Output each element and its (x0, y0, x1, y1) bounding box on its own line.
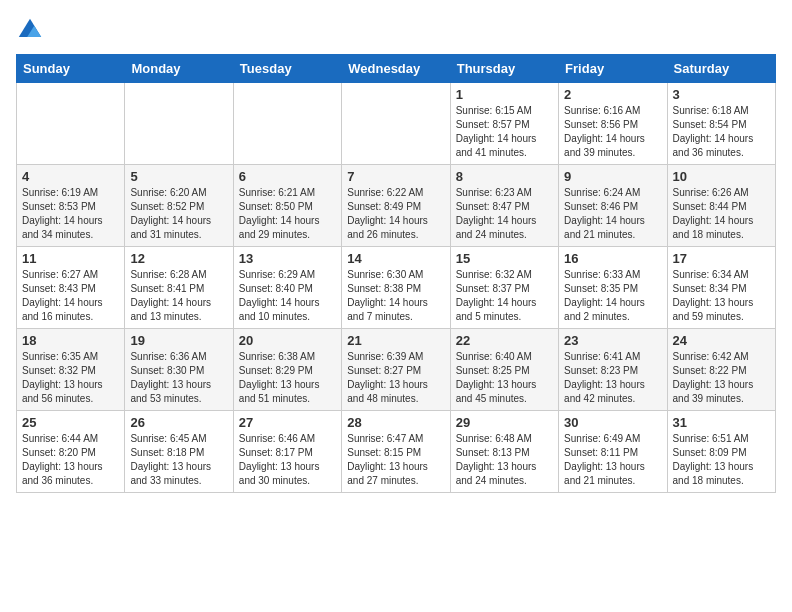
day-info: Sunrise: 6:34 AM Sunset: 8:34 PM Dayligh… (673, 268, 770, 324)
calendar-day-cell: 13Sunrise: 6:29 AM Sunset: 8:40 PM Dayli… (233, 247, 341, 329)
calendar-day-cell: 18Sunrise: 6:35 AM Sunset: 8:32 PM Dayli… (17, 329, 125, 411)
calendar-day-cell: 2Sunrise: 6:16 AM Sunset: 8:56 PM Daylig… (559, 83, 667, 165)
day-number: 9 (564, 169, 661, 184)
logo-icon (16, 16, 44, 44)
calendar-day-cell (125, 83, 233, 165)
day-info: Sunrise: 6:33 AM Sunset: 8:35 PM Dayligh… (564, 268, 661, 324)
calendar-day-cell: 11Sunrise: 6:27 AM Sunset: 8:43 PM Dayli… (17, 247, 125, 329)
day-info: Sunrise: 6:47 AM Sunset: 8:15 PM Dayligh… (347, 432, 444, 488)
day-number: 3 (673, 87, 770, 102)
day-info: Sunrise: 6:22 AM Sunset: 8:49 PM Dayligh… (347, 186, 444, 242)
day-info: Sunrise: 6:36 AM Sunset: 8:30 PM Dayligh… (130, 350, 227, 406)
calendar-day-cell (342, 83, 450, 165)
day-number: 4 (22, 169, 119, 184)
day-number: 24 (673, 333, 770, 348)
calendar-day-cell: 16Sunrise: 6:33 AM Sunset: 8:35 PM Dayli… (559, 247, 667, 329)
day-number: 15 (456, 251, 553, 266)
calendar-day-cell: 30Sunrise: 6:49 AM Sunset: 8:11 PM Dayli… (559, 411, 667, 493)
day-of-week-header: Friday (559, 55, 667, 83)
day-number: 10 (673, 169, 770, 184)
calendar-day-cell (233, 83, 341, 165)
calendar-day-cell: 19Sunrise: 6:36 AM Sunset: 8:30 PM Dayli… (125, 329, 233, 411)
day-number: 13 (239, 251, 336, 266)
calendar-day-cell: 8Sunrise: 6:23 AM Sunset: 8:47 PM Daylig… (450, 165, 558, 247)
day-info: Sunrise: 6:29 AM Sunset: 8:40 PM Dayligh… (239, 268, 336, 324)
day-of-week-header: Sunday (17, 55, 125, 83)
day-info: Sunrise: 6:40 AM Sunset: 8:25 PM Dayligh… (456, 350, 553, 406)
day-info: Sunrise: 6:18 AM Sunset: 8:54 PM Dayligh… (673, 104, 770, 160)
day-number: 14 (347, 251, 444, 266)
day-info: Sunrise: 6:30 AM Sunset: 8:38 PM Dayligh… (347, 268, 444, 324)
day-number: 6 (239, 169, 336, 184)
page-header (16, 16, 776, 44)
day-number: 27 (239, 415, 336, 430)
day-info: Sunrise: 6:35 AM Sunset: 8:32 PM Dayligh… (22, 350, 119, 406)
calendar-week-row: 4Sunrise: 6:19 AM Sunset: 8:53 PM Daylig… (17, 165, 776, 247)
day-info: Sunrise: 6:16 AM Sunset: 8:56 PM Dayligh… (564, 104, 661, 160)
day-number: 25 (22, 415, 119, 430)
day-number: 17 (673, 251, 770, 266)
calendar-day-cell: 22Sunrise: 6:40 AM Sunset: 8:25 PM Dayli… (450, 329, 558, 411)
calendar-day-cell: 24Sunrise: 6:42 AM Sunset: 8:22 PM Dayli… (667, 329, 775, 411)
day-info: Sunrise: 6:41 AM Sunset: 8:23 PM Dayligh… (564, 350, 661, 406)
calendar-day-cell: 15Sunrise: 6:32 AM Sunset: 8:37 PM Dayli… (450, 247, 558, 329)
day-of-week-header: Saturday (667, 55, 775, 83)
calendar-day-cell: 7Sunrise: 6:22 AM Sunset: 8:49 PM Daylig… (342, 165, 450, 247)
logo (16, 16, 48, 44)
day-info: Sunrise: 6:46 AM Sunset: 8:17 PM Dayligh… (239, 432, 336, 488)
day-number: 8 (456, 169, 553, 184)
calendar-day-cell: 26Sunrise: 6:45 AM Sunset: 8:18 PM Dayli… (125, 411, 233, 493)
day-info: Sunrise: 6:19 AM Sunset: 8:53 PM Dayligh… (22, 186, 119, 242)
day-number: 5 (130, 169, 227, 184)
day-of-week-header: Thursday (450, 55, 558, 83)
calendar-day-cell: 25Sunrise: 6:44 AM Sunset: 8:20 PM Dayli… (17, 411, 125, 493)
day-info: Sunrise: 6:45 AM Sunset: 8:18 PM Dayligh… (130, 432, 227, 488)
calendar-week-row: 25Sunrise: 6:44 AM Sunset: 8:20 PM Dayli… (17, 411, 776, 493)
day-number: 31 (673, 415, 770, 430)
day-number: 22 (456, 333, 553, 348)
calendar-day-cell: 1Sunrise: 6:15 AM Sunset: 8:57 PM Daylig… (450, 83, 558, 165)
day-info: Sunrise: 6:24 AM Sunset: 8:46 PM Dayligh… (564, 186, 661, 242)
day-info: Sunrise: 6:23 AM Sunset: 8:47 PM Dayligh… (456, 186, 553, 242)
calendar-week-row: 1Sunrise: 6:15 AM Sunset: 8:57 PM Daylig… (17, 83, 776, 165)
calendar-day-cell: 5Sunrise: 6:20 AM Sunset: 8:52 PM Daylig… (125, 165, 233, 247)
calendar-day-cell: 21Sunrise: 6:39 AM Sunset: 8:27 PM Dayli… (342, 329, 450, 411)
day-number: 12 (130, 251, 227, 266)
calendar-day-cell: 12Sunrise: 6:28 AM Sunset: 8:41 PM Dayli… (125, 247, 233, 329)
day-info: Sunrise: 6:42 AM Sunset: 8:22 PM Dayligh… (673, 350, 770, 406)
calendar-day-cell: 3Sunrise: 6:18 AM Sunset: 8:54 PM Daylig… (667, 83, 775, 165)
day-number: 1 (456, 87, 553, 102)
calendar-day-cell: 23Sunrise: 6:41 AM Sunset: 8:23 PM Dayli… (559, 329, 667, 411)
day-number: 21 (347, 333, 444, 348)
calendar-week-row: 11Sunrise: 6:27 AM Sunset: 8:43 PM Dayli… (17, 247, 776, 329)
day-number: 11 (22, 251, 119, 266)
day-info: Sunrise: 6:27 AM Sunset: 8:43 PM Dayligh… (22, 268, 119, 324)
calendar-day-cell: 6Sunrise: 6:21 AM Sunset: 8:50 PM Daylig… (233, 165, 341, 247)
day-info: Sunrise: 6:44 AM Sunset: 8:20 PM Dayligh… (22, 432, 119, 488)
day-info: Sunrise: 6:28 AM Sunset: 8:41 PM Dayligh… (130, 268, 227, 324)
calendar-day-cell: 4Sunrise: 6:19 AM Sunset: 8:53 PM Daylig… (17, 165, 125, 247)
calendar-day-cell: 17Sunrise: 6:34 AM Sunset: 8:34 PM Dayli… (667, 247, 775, 329)
calendar-day-cell: 28Sunrise: 6:47 AM Sunset: 8:15 PM Dayli… (342, 411, 450, 493)
day-number: 28 (347, 415, 444, 430)
day-info: Sunrise: 6:15 AM Sunset: 8:57 PM Dayligh… (456, 104, 553, 160)
day-info: Sunrise: 6:38 AM Sunset: 8:29 PM Dayligh… (239, 350, 336, 406)
calendar-day-cell: 14Sunrise: 6:30 AM Sunset: 8:38 PM Dayli… (342, 247, 450, 329)
day-number: 2 (564, 87, 661, 102)
day-info: Sunrise: 6:26 AM Sunset: 8:44 PM Dayligh… (673, 186, 770, 242)
day-info: Sunrise: 6:49 AM Sunset: 8:11 PM Dayligh… (564, 432, 661, 488)
calendar-header-row: SundayMondayTuesdayWednesdayThursdayFrid… (17, 55, 776, 83)
day-number: 19 (130, 333, 227, 348)
day-number: 20 (239, 333, 336, 348)
day-info: Sunrise: 6:32 AM Sunset: 8:37 PM Dayligh… (456, 268, 553, 324)
day-number: 7 (347, 169, 444, 184)
calendar-day-cell: 31Sunrise: 6:51 AM Sunset: 8:09 PM Dayli… (667, 411, 775, 493)
calendar-day-cell: 20Sunrise: 6:38 AM Sunset: 8:29 PM Dayli… (233, 329, 341, 411)
day-info: Sunrise: 6:51 AM Sunset: 8:09 PM Dayligh… (673, 432, 770, 488)
day-number: 26 (130, 415, 227, 430)
calendar-table: SundayMondayTuesdayWednesdayThursdayFrid… (16, 54, 776, 493)
calendar-day-cell (17, 83, 125, 165)
day-number: 18 (22, 333, 119, 348)
day-info: Sunrise: 6:48 AM Sunset: 8:13 PM Dayligh… (456, 432, 553, 488)
day-number: 30 (564, 415, 661, 430)
